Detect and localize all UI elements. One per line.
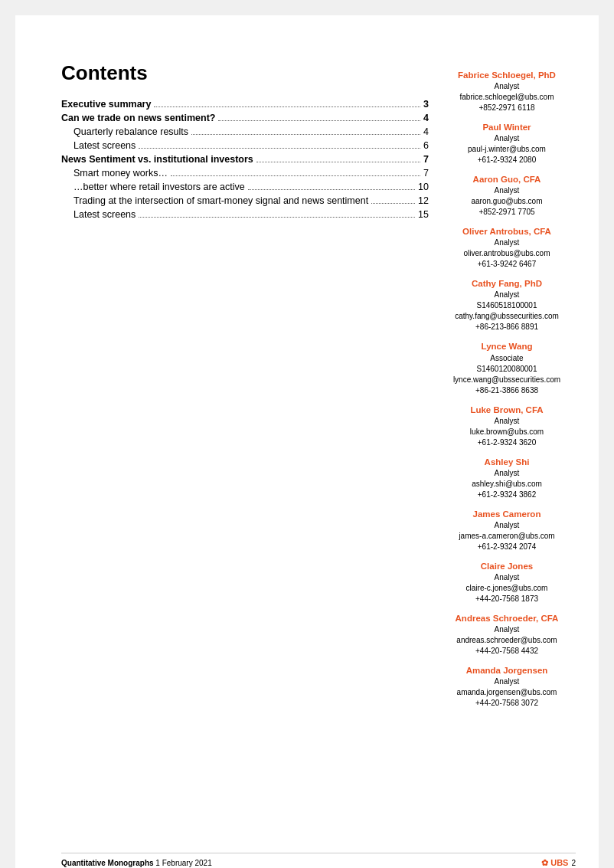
- contact-title-james: Analyst: [438, 520, 576, 531]
- toc-label-exec-summary: Executive summary: [61, 99, 151, 110]
- contents-title: Contents: [61, 61, 429, 85]
- footer-right: ✿ UBS 2: [541, 858, 576, 868]
- toc-page-news-sentiment: 7: [423, 154, 429, 165]
- table-of-contents: Executive summary3Can we trade on news s…: [61, 99, 429, 220]
- toc-page-smart-money: 7: [423, 168, 429, 179]
- contact-phone-oliver: +61-3-9242 6467: [438, 259, 576, 270]
- toc-item-latest-screens-1: Latest screens6: [61, 140, 429, 151]
- toc-page-quarterly-rebalance: 4: [423, 126, 429, 137]
- contact-james: James CameronAnalystjames-a.cameron@ubs.…: [438, 508, 576, 552]
- toc-item-exec-summary: Executive summary3: [61, 99, 429, 110]
- contact-luke: Luke Brown, CFAAnalystluke.brown@ubs.com…: [438, 404, 576, 448]
- toc-item-news-sentiment: News Sentiment vs. institutional investo…: [61, 154, 429, 165]
- contact-title-lynce: Associate: [438, 353, 576, 364]
- contact-empid-lynce: S1460120080001: [438, 364, 576, 375]
- footer-publication: Quantitative Monographs 1 February 2021: [61, 859, 212, 867]
- contact-title-fabrice: Analyst: [438, 81, 576, 92]
- page-footer: Quantitative Monographs 1 February 2021 …: [61, 853, 576, 868]
- ubs-logo: ✿ UBS: [541, 858, 568, 868]
- toc-dots-smart-money: [171, 175, 420, 176]
- contact-phone-lynce: +86-21-3866 8638: [438, 385, 576, 396]
- toc-item-quarterly-rebalance: Quarterly rebalance results4: [61, 126, 429, 137]
- contact-phone-james: +61-2-9324 2074: [438, 542, 576, 552]
- main-content: Contents Executive summary3Can we trade …: [61, 61, 429, 223]
- contact-title-claire: Analyst: [438, 572, 576, 583]
- contact-email-amanda: amanda.jorgensen@ubs.com: [438, 687, 576, 698]
- contact-fabrice: Fabrice Schloegel, PhDAnalystfabrice.sch…: [438, 69, 576, 113]
- contact-name-claire: Claire Jones: [438, 560, 576, 572]
- contact-cathy: Cathy Fang, PhDAnalystS1460518100001cath…: [438, 277, 576, 332]
- toc-page-latest-screens-1: 6: [423, 140, 429, 151]
- toc-item-trading-intersection: Trading at the intersection of smart-mon…: [61, 195, 429, 206]
- contact-lynce: Lynce WangAssociateS1460120080001lynce.w…: [438, 340, 576, 395]
- footer-publication-name: Quantitative Monographs: [61, 859, 154, 867]
- contact-title-paul: Analyst: [438, 133, 576, 144]
- toc-dots-can-we-trade: [218, 120, 420, 121]
- contact-email-fabrice: fabrice.schloegel@ubs.com: [438, 92, 576, 103]
- contact-phone-fabrice: +852-2971 6118: [438, 103, 576, 113]
- toc-label-trading-intersection: Trading at the intersection of smart-mon…: [73, 195, 368, 206]
- toc-page-latest-screens-2: 15: [418, 209, 429, 220]
- toc-label-can-we-trade: Can we trade on news sentiment?: [61, 113, 215, 123]
- toc-label-smart-money: Smart money works…: [73, 168, 168, 179]
- contact-name-paul: Paul Winter: [438, 121, 576, 133]
- toc-label-news-sentiment: News Sentiment vs. institutional investo…: [61, 154, 253, 165]
- contact-name-fabrice: Fabrice Schloegel, PhD: [438, 69, 576, 81]
- contact-title-aaron: Analyst: [438, 185, 576, 196]
- toc-item-can-we-trade: Can we trade on news sentiment?4: [61, 113, 429, 123]
- toc-dots-latest-screens-1: [139, 148, 420, 149]
- contact-title-ashley: Analyst: [438, 468, 576, 479]
- toc-dots-latest-screens-2: [139, 217, 415, 218]
- contact-title-amanda: Analyst: [438, 676, 576, 687]
- contact-name-cathy: Cathy Fang, PhD: [438, 277, 576, 290]
- toc-label-latest-screens-1: Latest screens: [73, 140, 136, 151]
- contact-email-cathy: cathy.fang@ubssecurities.com: [438, 311, 576, 322]
- contact-phone-ashley: +61-2-9324 3862: [438, 490, 576, 500]
- contact-phone-aaron: +852-2971 7705: [438, 207, 576, 218]
- toc-item-smart-money: Smart money works…7: [61, 168, 429, 179]
- contacts-sidebar: Fabrice Schloegel, PhDAnalystfabrice.sch…: [438, 61, 576, 710]
- contact-email-luke: luke.brown@ubs.com: [438, 427, 576, 437]
- contact-email-claire: claire-c.jones@ubs.com: [438, 583, 576, 594]
- contact-title-cathy: Analyst: [438, 290, 576, 300]
- contact-name-andreas: Andreas Schroeder, CFA: [438, 612, 576, 624]
- contact-phone-andreas: +44-20-7568 4432: [438, 646, 576, 657]
- toc-item-latest-screens-2: Latest screens15: [61, 209, 429, 220]
- toc-dots-better-retail: [248, 189, 415, 190]
- contacts-list: Fabrice Schloegel, PhDAnalystfabrice.sch…: [438, 69, 576, 709]
- contact-phone-paul: +61-2-9324 2080: [438, 155, 576, 165]
- page-number: 2: [571, 859, 576, 867]
- contact-phone-claire: +44-20-7568 1873: [438, 594, 576, 604]
- toc-page-better-retail: 10: [418, 182, 429, 192]
- contact-email-lynce: lynce.wang@ubssecurities.com: [438, 375, 576, 385]
- contact-email-aaron: aaron.guo@ubs.com: [438, 196, 576, 207]
- contact-empid-cathy: S1460518100001: [438, 300, 576, 311]
- contact-amanda: Amanda JorgensenAnalystamanda.jorgensen@…: [438, 664, 576, 709]
- toc-page-can-we-trade: 4: [423, 113, 429, 123]
- toc-dots-quarterly-rebalance: [191, 134, 420, 135]
- contact-email-ashley: ashley.shi@ubs.com: [438, 479, 576, 490]
- toc-label-latest-screens-2: Latest screens: [73, 209, 136, 220]
- contact-paul: Paul WinterAnalystpaul-j.winter@ubs.com+…: [438, 121, 576, 165]
- toc-item-better-retail: …better where retail investors are activ…: [61, 182, 429, 192]
- contact-email-paul: paul-j.winter@ubs.com: [438, 144, 576, 155]
- contact-phone-cathy: +86-213-866 8891: [438, 322, 576, 332]
- contact-oliver: Oliver Antrobus, CFAAnalystoliver.antrob…: [438, 225, 576, 270]
- contact-ashley: Ashley ShiAnalystashley.shi@ubs.com+61-2…: [438, 456, 576, 500]
- contact-name-luke: Luke Brown, CFA: [438, 404, 576, 416]
- contact-name-lynce: Lynce Wang: [438, 340, 576, 352]
- contact-title-luke: Analyst: [438, 416, 576, 427]
- contact-name-amanda: Amanda Jorgensen: [438, 664, 576, 676]
- toc-page-trading-intersection: 12: [418, 195, 429, 206]
- contact-name-james: James Cameron: [438, 508, 576, 520]
- toc-dots-news-sentiment: [256, 162, 420, 162]
- contact-phone-amanda: +44-20-7568 3072: [438, 698, 576, 709]
- contact-aaron: Aaron Guo, CFAAnalystaaron.guo@ubs.com+8…: [438, 173, 576, 218]
- contact-email-oliver: oliver.antrobus@ubs.com: [438, 248, 576, 259]
- contact-claire: Claire JonesAnalystclaire-c.jones@ubs.co…: [438, 560, 576, 604]
- toc-label-quarterly-rebalance: Quarterly rebalance results: [73, 126, 188, 137]
- document-page: Contents Executive summary3Can we trade …: [15, 15, 599, 868]
- toc-dots-trading-intersection: [371, 203, 415, 204]
- contact-andreas: Andreas Schroeder, CFAAnalystandreas.sch…: [438, 612, 576, 657]
- contact-title-andreas: Analyst: [438, 624, 576, 635]
